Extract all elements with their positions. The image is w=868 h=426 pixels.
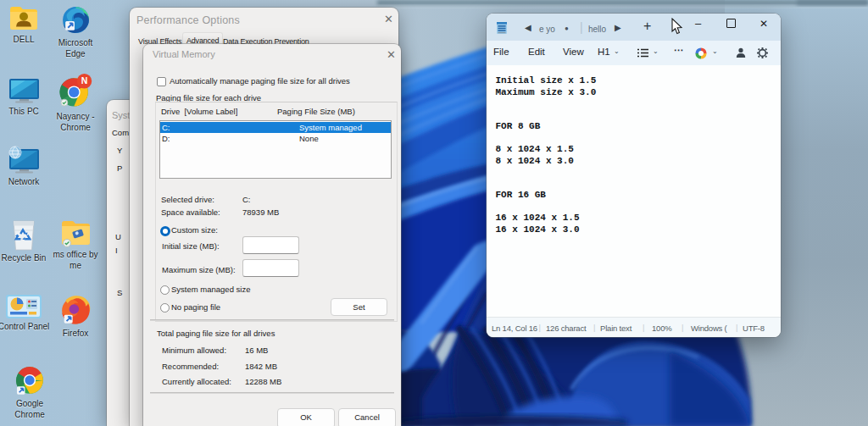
svg-text:N: N <box>81 75 88 86</box>
